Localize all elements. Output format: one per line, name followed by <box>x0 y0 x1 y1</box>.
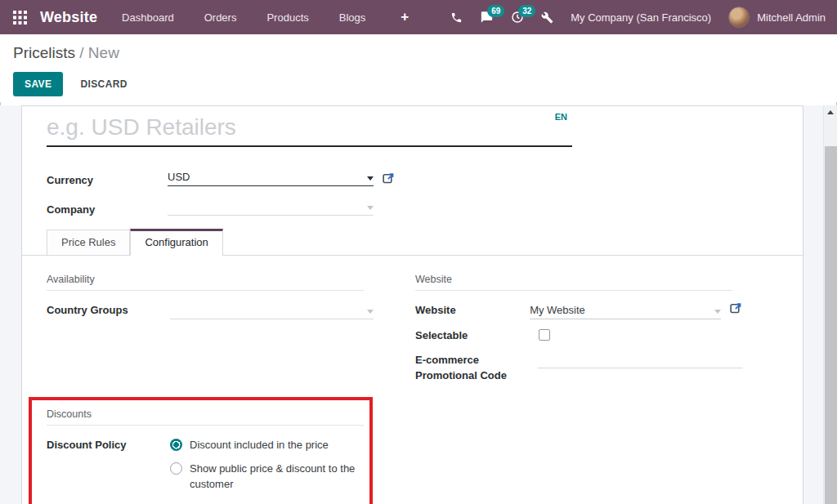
availability-group: Availability Country Groups <box>47 274 374 392</box>
company-label: Company <box>47 203 168 216</box>
tab-price-rules[interactable]: Price Rules <box>47 230 130 255</box>
top-navbar: Website Dashboard Orders Products Blogs … <box>0 0 837 34</box>
form-actions: SAVE DISCARD <box>13 72 824 96</box>
company-switcher[interactable]: My Company (San Francisco) <box>571 11 711 24</box>
currency-value: USD <box>168 171 190 183</box>
scrollbar-thumb[interactable] <box>825 146 837 504</box>
currency-row: Currency USD <box>47 168 803 186</box>
chevron-down-icon <box>714 310 721 314</box>
discount-policy-row: Discount Policy Discount included in the… <box>47 437 369 493</box>
chevron-down-icon <box>367 176 374 181</box>
discount-policy-options: Discount included in the price Show publ… <box>170 437 365 493</box>
website-field[interactable]: My Website <box>530 302 721 319</box>
promo-code-row: E-commerce Promotional Code <box>415 352 742 384</box>
country-groups-field[interactable] <box>170 302 374 319</box>
nav-blogs[interactable]: Blogs <box>339 11 366 24</box>
activities-clock-icon[interactable]: 32 <box>511 11 524 24</box>
website-label: Website <box>415 302 530 319</box>
messages-icon[interactable]: 69 <box>480 11 494 24</box>
breadcrumb-separator: / <box>79 44 83 61</box>
tab-configuration[interactable]: Configuration <box>130 229 222 256</box>
currency-field[interactable]: USD <box>168 171 374 186</box>
scroll-up-arrow-icon[interactable] <box>824 105 837 118</box>
chevron-down-icon <box>367 310 374 314</box>
country-groups-row: Country Groups <box>47 302 374 319</box>
policy-option-included-label: Discount included in the price <box>190 438 329 453</box>
nav-orders[interactable]: Orders <box>204 11 237 24</box>
apps-menu-icon[interactable] <box>13 11 27 25</box>
policy-option-show-public[interactable]: Show public price & discount to the cust… <box>170 462 365 493</box>
form-view: EN Currency USD Company <box>0 105 837 504</box>
policy-option-included[interactable]: Discount included in the price <box>170 438 365 453</box>
company-row: Company <box>47 198 803 216</box>
website-value: My Website <box>530 304 585 316</box>
website-group-title: Website <box>415 274 732 291</box>
vertical-scrollbar[interactable] <box>823 105 837 504</box>
company-field[interactable] <box>168 198 374 216</box>
discounts-highlight-box: Discounts Discount Policy Discount inclu… <box>29 397 373 504</box>
messages-badge: 69 <box>487 5 504 17</box>
configuration-panel: Availability Country Groups Website <box>22 256 803 504</box>
availability-group-title: Availability <box>47 274 364 291</box>
external-link-icon[interactable] <box>383 172 395 186</box>
phone-icon[interactable] <box>450 11 463 24</box>
user-menu[interactable]: Mitchell Admin <box>757 11 826 24</box>
policy-option-show-public-label: Show public price & discount to the cust… <box>190 462 365 493</box>
user-avatar[interactable] <box>728 7 750 28</box>
tools-wrench-icon[interactable] <box>541 11 553 24</box>
website-row: Website My Website <box>415 302 742 319</box>
currency-label: Currency <box>47 174 168 186</box>
app-brand[interactable]: Website <box>40 9 97 26</box>
odoo-window: Website Dashboard Orders Products Blogs … <box>0 0 837 504</box>
country-groups-label: Country Groups <box>47 302 170 319</box>
external-link-icon[interactable] <box>730 302 742 316</box>
chevron-down-icon <box>367 206 374 210</box>
nav-dashboard[interactable]: Dashboard <box>122 11 174 24</box>
new-content-plus-icon[interactable]: + <box>401 9 409 25</box>
nav-products[interactable]: Products <box>266 11 308 24</box>
notebook: Price Rules Configuration Availability C… <box>22 229 803 504</box>
main-menu: Dashboard Orders Products Blogs + <box>122 9 409 25</box>
breadcrumb-pricelists[interactable]: Pricelists <box>13 44 75 61</box>
pricelist-name-input[interactable] <box>47 111 572 147</box>
discounts-group-title: Discounts <box>47 408 364 426</box>
systray: 69 32 My Company (San Francisco) Mitchel… <box>450 7 826 28</box>
activities-badge: 32 <box>518 5 535 17</box>
selectable-label: Selectable <box>415 328 539 344</box>
discard-button[interactable]: DISCARD <box>75 72 132 96</box>
translation-badge[interactable]: EN <box>555 112 567 122</box>
selectable-checkbox[interactable] <box>539 329 550 341</box>
discount-policy-label: Discount Policy <box>47 437 170 453</box>
tab-bar: Price Rules Configuration <box>22 229 803 256</box>
website-group: Website Website My Website <box>415 274 742 392</box>
pricelist-name-block: EN <box>47 111 572 147</box>
promo-code-input[interactable] <box>538 352 742 368</box>
breadcrumb: Pricelists / New <box>13 44 824 63</box>
selectable-row: Selectable <box>415 328 742 344</box>
control-panel: Pricelists / New SAVE DISCARD <box>0 34 837 102</box>
save-button[interactable]: SAVE <box>13 72 63 96</box>
form-sheet: EN Currency USD Company <box>21 105 803 504</box>
promo-code-label: E-commerce Promotional Code <box>415 353 517 384</box>
radio-button-icon[interactable] <box>170 462 182 475</box>
radio-button-icon[interactable] <box>170 439 182 451</box>
breadcrumb-current: New <box>88 44 119 61</box>
